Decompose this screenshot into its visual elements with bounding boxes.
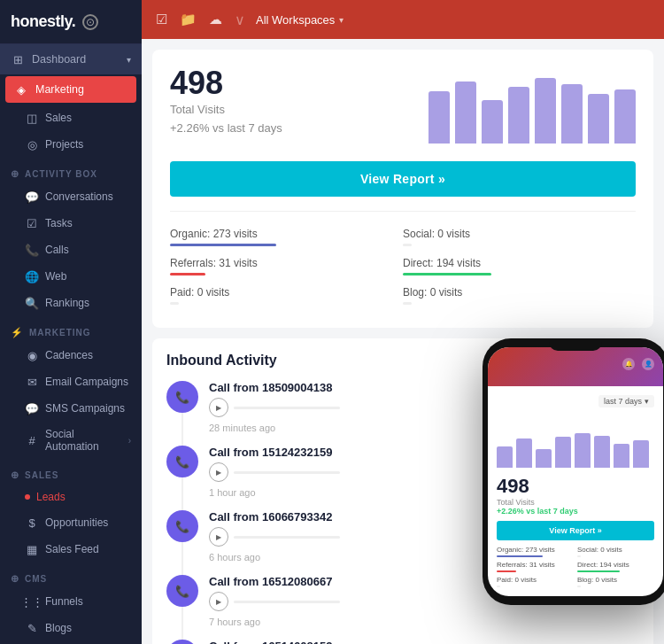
phone-traffic-item-5: Blog: 0 visits: [577, 576, 654, 587]
phone-bar-5: [594, 436, 610, 468]
stats-left: 498 Total Visits +2.26% vs last 7 days: [170, 67, 429, 135]
phone-notch: [549, 338, 602, 351]
change-suffix: vs last 7 days: [212, 121, 282, 135]
play-button-1[interactable]: ▶: [209, 462, 228, 482]
sidebar-item-opportunities[interactable]: $ Opportunities: [0, 509, 142, 536]
conversations-icon: 💬: [25, 190, 39, 204]
sidebar-item-social-automation[interactable]: # Social Automation ›: [0, 422, 142, 459]
bar-0: [429, 91, 450, 144]
stats-card: 498 Total Visits +2.26% vs last 7 days V…: [152, 50, 653, 328]
inbound-wrapper: Inbound Activity 📞Call from 18509004138▶…: [142, 338, 664, 644]
section-activity-box: ⊕ ACTIVITY BOX: [0, 158, 142, 183]
sales-label: Sales: [45, 112, 72, 124]
activity-icon-1: 📞: [166, 446, 198, 477]
sidebar-item-sms-campaigns[interactable]: 💬 SMS Campaigns: [0, 395, 142, 422]
traffic-item-2: Referrals: 31 visits: [170, 252, 403, 281]
sidebar-item-sales-feed[interactable]: ▦ Sales Feed: [0, 536, 142, 563]
sidebar-item-cadences[interactable]: ◉ Cadences: [0, 342, 142, 369]
cadences-label: Cadences: [45, 349, 93, 361]
phone-period-label: last 7 days: [604, 397, 642, 406]
total-visits-number: 498: [170, 67, 429, 99]
sidebar-item-sales[interactable]: ◫ Sales: [0, 105, 142, 131]
phone-stats-change: +2.26% vs last 7 days: [497, 507, 654, 516]
sales-feed-label: Sales Feed: [45, 543, 99, 555]
traffic-label-5: Blog: 0 visits: [403, 286, 636, 299]
visits-bar-chart: [429, 67, 636, 147]
web-icon: 🌐: [25, 269, 39, 283]
sidebar-item-rankings[interactable]: 🔍 Rankings: [0, 290, 142, 316]
sidebar-item-web[interactable]: 🌐 Web: [0, 263, 142, 290]
view-report-button[interactable]: View Report »: [170, 161, 636, 197]
leads-label: Leads: [36, 491, 66, 503]
projects-icon: ◎: [25, 137, 39, 151]
phone-change-suffix: vs last 7 days: [526, 507, 578, 516]
section-sales: ⊕ SALES: [0, 459, 142, 485]
settings-icon[interactable]: [82, 14, 98, 30]
sidebar: honestly. ⊞ Dashboard ▾ ◈ Marketing ◫ Sa…: [0, 0, 142, 644]
sidebar-item-email-campaigns[interactable]: ✉ Email Campaigns: [0, 369, 142, 395]
dashboard-arrow: ▾: [127, 55, 131, 65]
section-cms-label: CMS: [25, 574, 47, 584]
phone-traffic-item-0: Organic: 273 visits: [497, 546, 574, 557]
traffic-item-1: Social: 0 visits: [403, 222, 636, 252]
phone-bar-chart: [497, 415, 654, 468]
sidebar-item-funnels[interactable]: ⋮⋮ Funnels: [0, 588, 142, 615]
progress-bar-3: [234, 601, 340, 603]
sms-campaigns-label: SMS Campaigns: [45, 402, 125, 415]
email-icon: ✉: [25, 375, 39, 389]
traffic-item-0: Organic: 273 visits: [170, 222, 403, 252]
calls-icon: 📞: [25, 243, 39, 257]
topbar: ☑ 📁 ☁ ∨ All Workspaces ▾: [142, 0, 664, 39]
phone-bar-2: [536, 449, 552, 468]
traffic-label-1: Social: 0 visits: [403, 228, 636, 240]
timeline-line-3: [181, 607, 183, 640]
phone-period-selector[interactable]: last 7 days ▾: [598, 395, 654, 407]
sales-icon: ◫: [25, 111, 39, 125]
logo-area: honestly.: [0, 0, 142, 44]
workspace-label: All Workspaces: [256, 13, 335, 27]
topbar-cloud-icon[interactable]: ☁: [209, 12, 222, 28]
phone-view-report-button[interactable]: View Report »: [497, 521, 654, 540]
activity-icon-0: 📞: [166, 381, 198, 413]
sidebar-item-dashboard[interactable]: ⊞ Dashboard ▾: [0, 44, 142, 74]
stats-change: +2.26% vs last 7 days: [170, 121, 429, 135]
workspace-selector[interactable]: All Workspaces ▾: [256, 13, 344, 27]
sidebar-item-leads[interactable]: Leads: [0, 485, 142, 509]
sidebar-item-projects-main[interactable]: ◎ Projects: [0, 131, 142, 158]
section-activity-label: ACTIVITY BOX: [25, 169, 97, 179]
sidebar-item-marketing[interactable]: ◈ Marketing: [5, 76, 136, 103]
topbar-folder-icon[interactable]: 📁: [180, 12, 197, 28]
social-icon: #: [25, 433, 39, 447]
phone-traffic-bar-1: [577, 555, 581, 557]
sms-icon: 💬: [25, 401, 39, 415]
phone-stats-number: 498: [497, 475, 654, 498]
phone-stats-label: Total Visits: [497, 498, 654, 507]
cadences-icon: ◉: [25, 348, 39, 362]
traffic-item-5: Blog: 0 visits: [403, 281, 636, 310]
phone-traffic-item-1: Social: 0 visits: [577, 546, 654, 557]
bar-4: [535, 78, 556, 144]
opportunities-label: Opportunities: [45, 516, 108, 529]
play-button-3[interactable]: ▶: [209, 592, 228, 611]
dashboard-icon: ⊞: [11, 52, 25, 66]
sidebar-item-conversations[interactable]: 💬 Conversations: [0, 183, 142, 210]
play-button-2[interactable]: ▶: [209, 527, 228, 547]
sidebar-item-calls[interactable]: 📞 Calls: [0, 237, 142, 263]
section-marketing: ⚡ MARKETING: [0, 316, 142, 342]
rankings-icon: 🔍: [25, 296, 39, 310]
traffic-item-4: Paid: 0 visits: [170, 281, 403, 310]
sidebar-item-blogs[interactable]: ✎ Blogs: [0, 615, 142, 641]
activity-icon-2: 📞: [166, 510, 198, 542]
play-button-0[interactable]: ▶: [209, 398, 228, 417]
phone-traffic-item-2: Referrals: 31 visits: [497, 561, 574, 572]
topbar-icons: ☑ 📁 ☁ ∨: [156, 12, 245, 28]
topbar-check-icon[interactable]: ☑: [156, 12, 167, 28]
phone-body: last 7 days ▾ 498 Total Visits +2.26% vs…: [488, 386, 663, 596]
progress-bar-0: [234, 407, 340, 409]
phone-screen: 🔔 👤 last 7 days ▾: [488, 347, 663, 596]
traffic-item-3: Direct: 194 visits: [403, 252, 636, 281]
sidebar-item-tasks[interactable]: ☑ Tasks: [0, 210, 142, 237]
phone-traffic-bar-3: [577, 570, 620, 572]
marketing-icon: ◈: [14, 82, 28, 97]
bar-1: [455, 81, 476, 144]
